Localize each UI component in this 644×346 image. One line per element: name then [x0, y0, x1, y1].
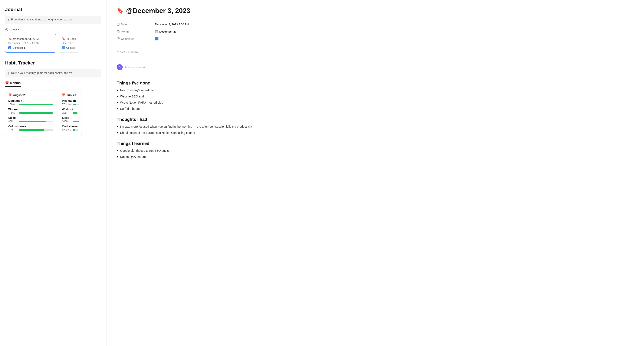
prop-label-month: Month [117, 30, 155, 33]
bullet-dot [117, 132, 118, 133]
heading-thoughts: Thoughts I had [117, 117, 634, 122]
prop-label-date: Date [117, 23, 155, 26]
list-things-learned: Google Lighthouse to run SEO audits Noti… [117, 149, 634, 159]
prop-label-completed: Completed [117, 37, 155, 40]
cal-icon-jul: 📅 [62, 93, 66, 97]
prop-row-month: Month December 23 [117, 28, 634, 35]
prop-value-completed[interactable]: ✓ [155, 37, 158, 40]
progress-bar-bg-6 [72, 112, 78, 114]
page-header: 🔖 @December 3, 2023 [117, 7, 634, 15]
month-cal-icon [155, 30, 158, 33]
list-item: Wrote Notion PARA method blog [117, 100, 634, 105]
habit-cold-jul: Cold shower 42.85% [62, 125, 78, 131]
progress-bar-fill-6 [72, 112, 77, 114]
progress-bar-bg-4 [19, 129, 53, 131]
avatar: S [117, 64, 123, 70]
habit-tracker-section: Habit Tracker ℹ Define your monthly goal… [5, 60, 101, 136]
progress-bar-bg-5 [72, 104, 78, 105]
heading-things-done: Things I've done [117, 81, 634, 85]
journal-info-banner: ℹ From things you've done, to thoughts y… [5, 16, 101, 24]
latest-icon [5, 28, 8, 31]
journal-card-2[interactable]: 🔖 @Dece December ✓ Comple [59, 34, 79, 52]
right-panel: 🔖 @December 3, 2023 Date December 3, 202… [106, 0, 644, 346]
progress-bar-fill [19, 104, 53, 105]
page-title: @December 3, 2023 [126, 7, 190, 15]
heading-things-learned: Things I learned [117, 141, 634, 146]
comment-input[interactable]: Add a comment... [125, 65, 148, 69]
months-tab-row: 📅 Months [5, 81, 101, 87]
list-things-done: Next Tuesday's newsletter Website SEO au… [117, 88, 634, 111]
habit-cold-aug: Cold showers 75% [8, 125, 53, 131]
progress-bar-fill-5 [72, 104, 76, 105]
latest-filter[interactable]: Latest ▾ [5, 28, 101, 31]
section-things-done: Things I've done Next Tuesday's newslett… [117, 81, 634, 111]
bookmark-icon-large: 🔖 [117, 7, 124, 14]
add-property-row[interactable]: + Add a property [117, 48, 634, 55]
habit-card-july[interactable]: 📅 July 23 Meditation 57.14% Workout [59, 90, 82, 136]
habit-tracker-title: Habit Tracker [5, 60, 101, 66]
chevron-down-icon: ▾ [18, 28, 20, 31]
prop-value-month[interactable]: December 23 [155, 30, 176, 33]
progress-bar-bg [19, 104, 53, 105]
progress-bar-bg-7 [72, 121, 78, 122]
habit-card-august[interactable]: 📅 August 23 Meditation 100% Workout [5, 90, 56, 136]
info-icon: ℹ [8, 18, 9, 22]
prop-row-date: Date December 3, 2023 7:00 AM [117, 21, 634, 28]
habit-sleep-aug: Sleep 80% [8, 116, 53, 123]
plus-icon: + [117, 49, 118, 53]
journal-cards-row: 🔖 @December 3, 2023 December 3, 2023 7:0… [5, 34, 101, 52]
list-item: Website SEO audit [117, 94, 634, 99]
habit-meditation-jul: Meditation 57.14% [62, 99, 78, 106]
habit-card-august-header: 📅 August 23 [8, 93, 53, 97]
svg-rect-9 [156, 30, 158, 33]
list-item: Notion Q&A feature [117, 155, 634, 159]
habit-sleep-jul: Sleep 100% [62, 116, 78, 123]
svg-rect-5 [117, 30, 120, 33]
completed-checkbox[interactable]: ✓ [155, 37, 158, 40]
bullet-dot [117, 90, 118, 91]
habit-info-icon: ℹ [8, 71, 9, 75]
card-2-checkbox: ✓ [62, 46, 65, 49]
habit-card-july-header: 📅 July 23 [62, 93, 78, 97]
progress-bar-bg-3 [19, 121, 53, 122]
habit-info-banner: ℹ Define your monthly goals for each hab… [5, 69, 101, 77]
list-thoughts: I'm way more focused when I go surfing i… [117, 124, 634, 135]
properties-table: Date December 3, 2023 7:00 AM Month [117, 21, 634, 42]
completed-icon [117, 37, 120, 40]
card-1-title: 🔖 @December 3, 2023 [8, 37, 53, 40]
progress-bar-bg-8 [72, 129, 78, 131]
bullet-dot [117, 156, 118, 157]
card-1-completed: ✓ Completed [8, 46, 53, 49]
progress-bar-fill-7 [72, 121, 78, 122]
left-panel: Journal ℹ From things you've done, to th… [0, 0, 106, 346]
progress-bar-fill-2 [19, 112, 53, 114]
bullet-dot [117, 96, 118, 97]
list-item: I'm way more focused when I go surfing i… [117, 124, 634, 129]
list-item: Google Lighthouse to run SEO audits [117, 149, 634, 153]
month-icon [117, 30, 120, 33]
calendar-grid-icon: 📅 [5, 81, 9, 85]
bookmark-icon-sm: 🔖 [8, 37, 12, 40]
bullet-dot [117, 108, 118, 109]
bullet-dot [117, 150, 118, 151]
journal-title: Journal [5, 7, 101, 12]
habit-info-text: Define your monthly goals for each habit… [11, 71, 72, 74]
journal-card-1[interactable]: 🔖 @December 3, 2023 December 3, 2023 7:0… [5, 34, 56, 52]
card-1-checkbox: ✓ [8, 46, 11, 49]
habit-workout-jul: Workout 75% [62, 108, 78, 114]
svg-rect-1 [117, 23, 120, 25]
section-thoughts: Thoughts I had I'm way more focused when… [117, 117, 634, 135]
latest-label: Latest [9, 28, 17, 31]
prop-value-date[interactable]: December 3, 2023 7:00 AM [155, 23, 189, 26]
bookmark-icon-sm-2: 🔖 [62, 37, 66, 40]
card-1-date: December 3, 2023 7:00 AM [8, 42, 53, 45]
months-tab[interactable]: 📅 Months [5, 81, 21, 87]
cal-icon-aug: 📅 [8, 93, 12, 97]
prop-row-completed: Completed ✓ [117, 35, 634, 42]
list-item: Surfed 2 hours [117, 107, 634, 111]
progress-bar-fill-3 [19, 121, 46, 122]
progress-bar-fill-8 [72, 129, 75, 131]
list-item: Should expand the business to Notion Con… [117, 131, 634, 135]
habit-workout-aug: Workout 100% [8, 108, 53, 114]
card-2-completed: ✓ Comple [62, 46, 76, 49]
